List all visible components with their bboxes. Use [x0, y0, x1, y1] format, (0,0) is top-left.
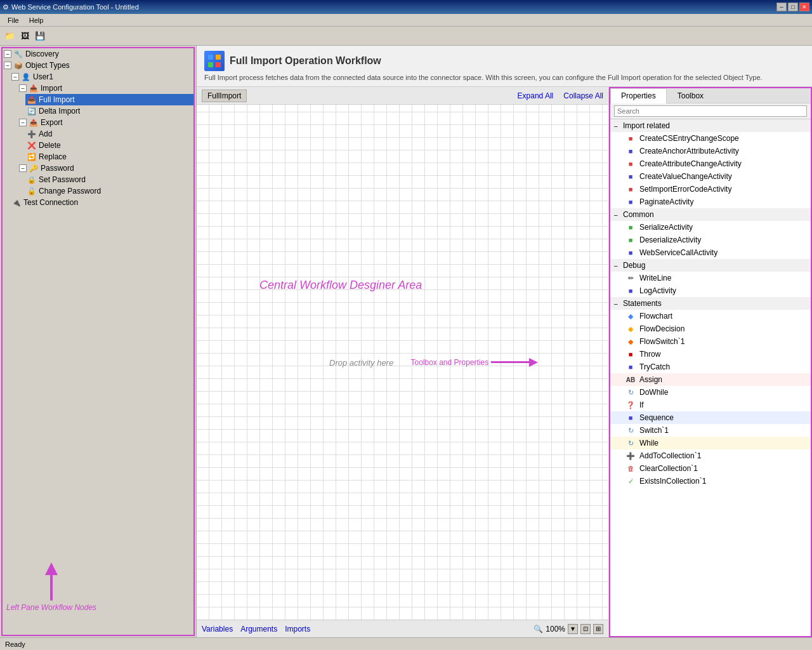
toolbar-open[interactable]: 📁 — [3, 29, 16, 43]
tree-item-discovery[interactable]: – 🔧 Discovery — [3, 48, 193, 60]
tree-item-export[interactable]: – 📤 Export — [18, 117, 193, 128]
item-while[interactable]: ↻ While — [610, 437, 811, 449]
item-dowhile[interactable]: ↻ DoWhile — [610, 386, 811, 399]
item-sequence[interactable]: ■ Sequence — [610, 411, 811, 424]
group-header-debug[interactable]: – Debug — [610, 259, 811, 272]
variables-link[interactable]: Variables — [202, 625, 233, 633]
import-icon: 📥 — [29, 83, 39, 93]
tree-item-add[interactable]: ➕ Add — [25, 128, 193, 140]
expand-all-link[interactable]: Expand All — [518, 91, 554, 100]
fulimport-tab[interactable]: FullImport — [202, 90, 247, 102]
item-set-import-error[interactable]: ■ SetImportErrorCodeActivity — [610, 183, 811, 196]
create-cs-label: CreateCSEntryChangeScope — [639, 134, 739, 143]
zoom-area-button[interactable]: ⊞ — [593, 624, 603, 634]
main-area: – 🔧 Discovery – 📦 Object Types – 👤 User1… — [0, 46, 812, 637]
item-flowchart[interactable]: ◆ Flowchart — [610, 310, 811, 322]
toolbar-save[interactable]: 💾 — [33, 29, 47, 43]
item-switch[interactable]: ↻ Switch`1 — [610, 424, 811, 437]
item-create-value-change[interactable]: ■ CreateValueChangeActivity — [610, 170, 811, 183]
tree-item-object-types[interactable]: – 📦 Object Types — [3, 60, 193, 71]
item-webservice-call[interactable]: ■ WebServiceCallActivity — [610, 246, 811, 259]
import-label: Import — [41, 84, 62, 93]
tree-item-set-password[interactable]: 🔒 Set Password — [25, 174, 193, 185]
if-label: If — [639, 401, 644, 409]
toolbox-annotation-arrow — [491, 358, 538, 367]
tree-item-user1[interactable]: – 👤 User1 — [10, 71, 193, 83]
group-header-statements[interactable]: – Statements — [610, 297, 811, 310]
annotation-label: Left Pane Workflow Nodes — [6, 603, 96, 612]
toolbar-new[interactable]: 🖼 — [18, 29, 32, 43]
imports-link[interactable]: Imports — [285, 625, 310, 633]
password-label: Password — [41, 164, 74, 173]
item-addtocollection[interactable]: ➕ AddToCollection`1 — [610, 449, 811, 462]
tree-item-delta-import[interactable]: 🔄 Delta Import — [25, 105, 193, 117]
title-bar-controls[interactable]: – □ ✕ — [776, 3, 809, 11]
serialize-label: SerializeActivity — [639, 223, 693, 232]
delta-import-label: Delta Import — [39, 107, 80, 116]
tree-item-test-connection[interactable]: 🔌 Test Connection — [10, 197, 193, 208]
object-types-icon: 📦 — [13, 60, 23, 70]
collapse-all-link[interactable]: Collapse All — [563, 91, 603, 100]
item-clearcollection[interactable]: 🗑 ClearCollection`1 — [610, 462, 811, 475]
item-if[interactable]: ❓ If — [610, 399, 811, 411]
group-header-import-related[interactable]: – Import related — [610, 119, 811, 132]
properties-tab[interactable]: Properties — [610, 88, 667, 103]
item-create-attr-change[interactable]: ■ CreateAttributeChangeActivity — [610, 157, 811, 170]
tree-toggle-discovery[interactable]: – — [4, 50, 11, 58]
deserialize-icon: ■ — [625, 235, 636, 245]
app-icon: ⚙ — [3, 3, 9, 11]
item-serialize[interactable]: ■ SerializeActivity — [610, 221, 811, 234]
search-input[interactable] — [614, 105, 807, 117]
existsincollection-icon: ✓ — [625, 476, 636, 486]
item-create-anchor[interactable]: ■ CreateAnchorAttributeActivity — [610, 145, 811, 157]
menu-help[interactable]: Help — [24, 15, 49, 25]
item-trycatch[interactable]: ■ TryCatch — [610, 361, 811, 373]
tree-toggle-user1[interactable]: – — [11, 73, 19, 81]
group-label-statements: Statements — [623, 299, 662, 308]
item-deserialize[interactable]: ■ DeserializeActivity — [610, 234, 811, 246]
item-assign[interactable]: AB Assign — [610, 373, 811, 386]
item-create-cs-entry[interactable]: ■ CreateCSEntryChangeScope — [610, 132, 811, 145]
restore-button[interactable]: □ — [788, 3, 798, 11]
tree-toggle-password[interactable]: – — [19, 164, 27, 172]
change-password-label: Change Password — [39, 187, 101, 196]
item-paginate[interactable]: ■ PaginateActivity — [610, 196, 811, 208]
item-throw[interactable]: ■ Throw — [610, 348, 811, 361]
tree-item-delete[interactable]: ❌ Delete — [25, 140, 193, 151]
change-password-icon: 🔓 — [27, 186, 37, 196]
zoom-dropdown-button[interactable]: ▼ — [568, 624, 578, 634]
status-bar: Ready — [0, 637, 812, 650]
item-existsincollection[interactable]: ✓ ExistsInCollection`1 — [610, 475, 811, 488]
sequence-icon: ■ — [625, 413, 636, 423]
export-icon: 📤 — [29, 117, 39, 128]
tree-toggle-import[interactable]: – — [19, 84, 27, 92]
fit-page-button[interactable]: ⊡ — [580, 624, 591, 634]
tree-item-import[interactable]: – 📥 Import — [18, 83, 193, 94]
group-header-common[interactable]: – Common — [610, 208, 811, 221]
close-button[interactable]: ✕ — [799, 3, 809, 11]
toolbar: 📁 🖼 💾 — [0, 27, 812, 46]
tree-toggle-export[interactable]: – — [19, 119, 27, 126]
item-flowdecision[interactable]: ◆ FlowDecision — [610, 322, 811, 335]
tree-item-change-password[interactable]: 🔓 Change Password — [25, 185, 193, 197]
set-password-icon: 🔒 — [27, 175, 37, 185]
assign-icon: AB — [625, 375, 636, 385]
designer-canvas[interactable]: Drop activity here Central Workflow Desg… — [197, 105, 608, 620]
item-flowswitch[interactable]: ◆ FlowSwitch`1 — [610, 335, 811, 348]
svg-rect-1 — [216, 55, 221, 60]
tree-item-full-import[interactable]: 📥 Full Import — [25, 94, 193, 105]
toolbox-tab[interactable]: Toolbox — [667, 88, 714, 103]
canvas-grid — [197, 105, 608, 620]
tree-toggle-object-types[interactable]: – — [4, 62, 11, 69]
minimize-button[interactable]: – — [776, 3, 787, 11]
webservice-call-label: WebServiceCallActivity — [639, 248, 717, 257]
group-toggle-import-related: – — [614, 123, 620, 129]
tree-item-replace[interactable]: 🔁 Replace — [25, 151, 193, 162]
item-writeline[interactable]: ✏ WriteLine — [610, 272, 811, 284]
menu-file[interactable]: File — [3, 15, 24, 25]
throw-icon: ■ — [625, 349, 636, 359]
arguments-link[interactable]: Arguments — [240, 625, 277, 633]
tree-item-password[interactable]: – 🔑 Password — [18, 162, 193, 174]
drop-activity-text: Drop activity here — [329, 357, 393, 367]
item-logactivity[interactable]: ■ LogActivity — [610, 284, 811, 297]
